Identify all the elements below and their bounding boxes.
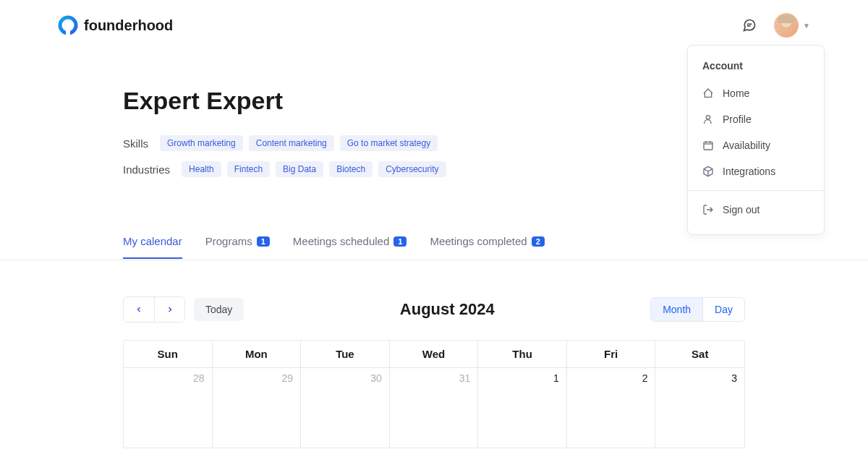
dow-header: Tue [301,341,390,368]
prev-button[interactable] [124,297,154,322]
user-icon [702,114,714,125]
logo[interactable]: founderhood [58,15,173,35]
avatar [774,13,799,38]
dow-header: Wed [390,341,479,368]
dropdown-item-signout[interactable]: Sign out [688,197,824,223]
calendar-cell[interactable]: 30 [301,368,390,448]
chat-icon[interactable] [742,18,757,33]
dropdown-item-label: Home [723,87,749,99]
dropdown-item-label: Integrations [723,166,775,177]
industry-tag: Cybersecurity [378,161,446,177]
svg-point-4 [706,116,710,119]
industries-list: Health Fintech Big Data Biotech Cybersec… [182,161,446,177]
dow-header: Thu [478,341,567,368]
calendar-cell[interactable]: 31 [390,368,479,448]
page-title: Expert Expert [123,87,745,115]
dropdown-item-integrations[interactable]: Integrations [688,158,824,184]
chevron-right-icon [166,305,174,314]
divider [688,190,824,191]
avatar-menu-trigger[interactable]: ▼ [774,13,810,38]
dropdown-item-label: Availability [723,140,770,151]
calendar-nav [123,296,185,322]
dropdown-item-profile[interactable]: Profile [688,106,824,132]
account-dropdown: Account Home Profile Availability Integr… [687,45,825,235]
chevron-down-icon: ▼ [803,22,810,30]
industry-tag: Big Data [276,161,323,177]
home-icon [702,87,714,99]
industry-tag: Health [182,161,221,177]
view-month-button[interactable]: Month [651,298,702,321]
today-button[interactable]: Today [194,298,244,321]
signout-icon [702,204,714,215]
svg-rect-5 [704,142,712,150]
tab-my-calendar[interactable]: My calendar [123,235,182,259]
dow-header: Sun [124,341,213,368]
tab-badge: 2 [532,236,545,247]
skills-label: Skills [123,137,148,150]
dropdown-item-availability[interactable]: Availability [688,132,824,158]
skills-list: Growth marketing Content marketing Go to… [160,135,438,151]
chevron-left-icon [135,305,143,314]
tab-badge: 1 [393,236,407,247]
tab-meetings-completed[interactable]: Meetings completed 2 [430,235,544,259]
view-day-button[interactable]: Day [702,298,744,321]
dow-header: Sat [655,341,744,368]
calendar-cell[interactable]: 28 [124,368,213,448]
calendar-grid: Sun Mon Tue Wed Thu Fri Sat 28 29 30 31 … [123,340,745,448]
logo-icon [58,15,78,35]
divider [0,260,868,260]
dow-header: Mon [213,341,302,368]
logo-text: founderhood [84,17,173,34]
skill-tag: Go to market strategy [340,135,438,151]
dropdown-title: Account [688,57,824,80]
skill-tag: Content marketing [249,135,334,151]
svg-rect-1 [66,30,70,35]
tab-label: Meetings scheduled [293,235,389,247]
tab-label: My calendar [123,235,182,247]
tabs: My calendar Programs 1 Meetings schedule… [123,235,745,260]
calendar-icon [702,140,714,151]
dow-header: Fri [567,341,656,368]
calendar-title: August 2024 [400,300,495,319]
dropdown-item-label: Profile [723,114,752,125]
calendar-cell[interactable]: 2 [567,368,656,448]
industry-tag: Biotech [329,161,373,177]
tab-programs[interactable]: Programs 1 [205,235,270,259]
package-icon [702,166,714,177]
industry-tag: Fintech [227,161,270,177]
next-button[interactable] [154,297,184,322]
view-toggle: Month Day [650,297,745,322]
tab-label: Meetings completed [430,235,527,247]
industries-label: Industries [123,163,170,176]
tab-badge: 1 [257,236,270,247]
skill-tag: Growth marketing [160,135,243,151]
tab-meetings-scheduled[interactable]: Meetings scheduled 1 [293,235,407,259]
dropdown-item-label: Sign out [723,204,760,215]
dropdown-item-home[interactable]: Home [688,80,824,106]
calendar-cell[interactable]: 1 [478,368,567,448]
calendar-cell[interactable]: 3 [655,368,744,448]
calendar-cell[interactable]: 29 [213,368,302,448]
tab-label: Programs [205,235,252,247]
